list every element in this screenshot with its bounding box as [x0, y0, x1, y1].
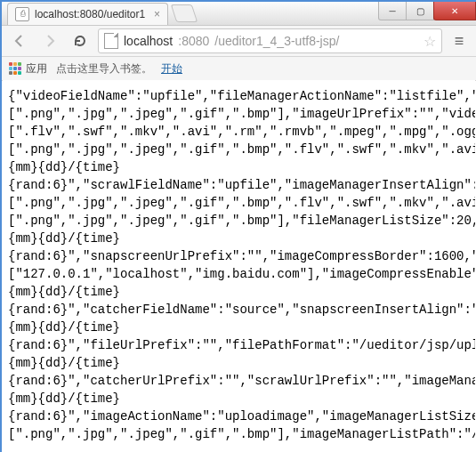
url-path: /ueditor1_4_3-utf8-jsp/ [214, 34, 339, 48]
arrow-right-icon [43, 34, 57, 48]
close-icon: ✕ [451, 6, 458, 16]
page-icon [104, 33, 118, 49]
apps-label: 应用 [26, 61, 47, 77]
url-port: :8080 [178, 34, 209, 48]
browser-tab[interactable]: ⎙ localhost:8080/ueditor1 × [7, 3, 168, 25]
tab-title: localhost:8080/ueditor1 [35, 8, 145, 20]
chrome-menu-button[interactable]: ≡ [448, 29, 471, 52]
address-bar[interactable]: localhost:8080/ueditor1_4_3-utf8-jsp/ ☆ [98, 28, 442, 53]
bookmark-star-icon[interactable]: ☆ [424, 33, 436, 50]
back-button[interactable] [7, 29, 32, 52]
apps-grid-icon [9, 62, 21, 75]
tab-close-icon[interactable]: × [154, 8, 160, 20]
toolbar: localhost:8080/ueditor1_4_3-utf8-jsp/ ☆ … [2, 26, 476, 57]
menu-icon: ≡ [455, 32, 464, 51]
response-body-text: {"videoFieldName":"upfile","fileManagerA… [3, 80, 475, 450]
url-host: localhost [124, 34, 173, 48]
bookmark-hint-link[interactable]: 开始 [161, 61, 182, 77]
apps-button[interactable]: 应用 [9, 61, 47, 77]
window-minimize-button[interactable]: ─ [378, 2, 407, 20]
minimize-icon: ─ [389, 6, 395, 16]
bookmark-hint: 点击这里导入书签。 [56, 61, 152, 77]
bookmark-bar: 应用 点击这里导入书签。 开始 [2, 57, 476, 81]
maximize-icon: ▢ [416, 6, 424, 16]
window-titlebar: ⎙ localhost:8080/ueditor1 × ─ ▢ ✕ [2, 2, 476, 26]
window-maximize-button[interactable]: ▢ [406, 2, 434, 20]
reload-button[interactable] [68, 29, 93, 52]
window-controls: ─ ▢ ✕ [379, 2, 476, 20]
page-favicon: ⎙ [15, 7, 29, 21]
arrow-left-icon [12, 34, 27, 48]
forward-button[interactable] [37, 29, 62, 52]
page-viewport: {"videoFieldName":"upfile","fileManagerA… [3, 80, 475, 451]
new-tab-button[interactable] [171, 4, 198, 22]
window-close-button[interactable]: ✕ [433, 2, 476, 20]
reload-icon [73, 34, 87, 48]
